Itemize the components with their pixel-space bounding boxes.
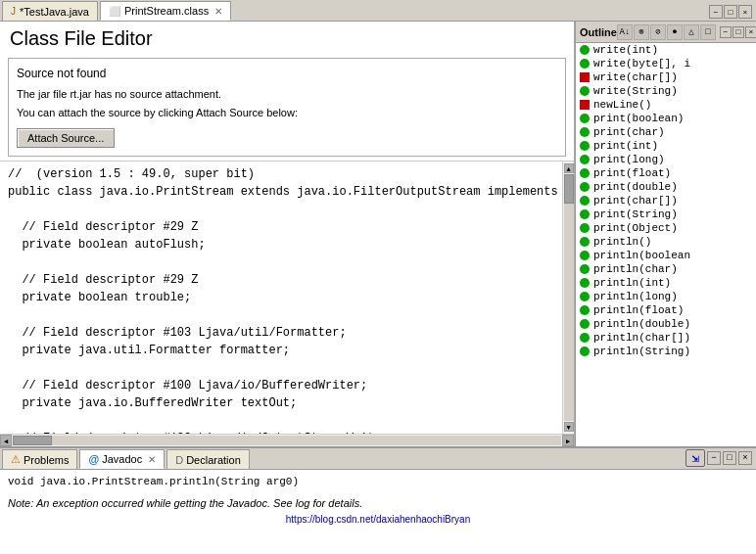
outline-list-item[interactable]: print(char) xyxy=(576,125,756,139)
java-icon: J xyxy=(11,6,16,17)
outline-item-dot xyxy=(580,127,590,137)
class-icon: ⬜ xyxy=(109,6,120,17)
scrollbar-down-btn[interactable]: ▼ xyxy=(564,422,574,432)
tab-close-icon[interactable]: ✕ xyxy=(214,6,222,17)
outline-item-dot xyxy=(580,86,590,96)
source-not-found-line2: You can attach the source by clicking At… xyxy=(17,105,557,121)
outline-item-label: print(long) xyxy=(593,154,665,165)
outline-list-item[interactable]: println(double) xyxy=(576,317,756,331)
javadoc-open-btn[interactable]: ⇲ xyxy=(685,449,705,467)
outline-item-label: println(double) xyxy=(593,318,690,330)
outline-item-dot xyxy=(580,155,590,164)
outline-list-item[interactable]: print(boolean) xyxy=(576,112,756,125)
tab-testjava[interactable]: J *TestJava.java xyxy=(2,1,98,21)
outline-item-label: write(byte[], i xyxy=(593,58,690,69)
outline-list-item[interactable]: write(byte[], i xyxy=(576,57,756,70)
maximize-btn[interactable]: □ xyxy=(724,5,737,19)
horizontal-scrollbar[interactable]: ◀ ▶ xyxy=(0,434,574,446)
outline-list-item[interactable]: println(char) xyxy=(576,262,756,276)
javadoc-signature: void java.io.PrintStream.println(String … xyxy=(8,474,748,489)
outline-item-dot xyxy=(580,292,590,301)
outline-list-item[interactable]: write(int) xyxy=(576,43,756,57)
outline-list-item[interactable]: write(char[]) xyxy=(576,70,756,84)
outline-filter-btn[interactable]: ⊘ xyxy=(650,24,666,40)
bottom-close-btn[interactable]: × xyxy=(738,451,752,465)
outline-list-item[interactable]: println(float) xyxy=(576,303,756,317)
outline-item-label: println(long) xyxy=(593,291,678,302)
outline-list-item[interactable]: print(int) xyxy=(576,139,756,153)
outline-list-item[interactable]: print(Object) xyxy=(576,221,756,235)
outline-sort-btn[interactable]: A↓ xyxy=(617,24,633,40)
scrollbar-up-btn[interactable]: ▲ xyxy=(564,163,574,173)
outline-dot-btn[interactable]: ● xyxy=(667,24,683,40)
outline-item-label: println(char[]) xyxy=(593,332,690,344)
outline-close-btn[interactable]: × xyxy=(745,26,756,38)
outline-item-label: write(char[]) xyxy=(593,71,678,83)
outline-list-item[interactable]: println(int) xyxy=(576,276,756,290)
outline-item-dot xyxy=(580,223,590,233)
outline-list-item[interactable]: println() xyxy=(576,235,756,249)
outline-list: write(int)write(byte[], iwrite(char[])wr… xyxy=(576,43,756,446)
outline-item-label: print(char[]) xyxy=(593,195,678,207)
tab-problems-label: Problems xyxy=(24,454,69,466)
outline-item-label: print(Object) xyxy=(593,222,678,234)
outline-item-label: println(String) xyxy=(593,346,690,357)
outline-list-item[interactable]: print(float) xyxy=(576,166,756,180)
tab-javadoc-label: Javadoc xyxy=(102,453,142,465)
outline-list-item[interactable]: print(double) xyxy=(576,180,756,194)
tab-declaration-label: Declaration xyxy=(186,454,241,466)
bottom-minimize-btn[interactable]: − xyxy=(707,451,721,465)
outline-item-dot xyxy=(580,319,590,329)
tab-javadoc[interactable]: @ Javadoc ✕ xyxy=(79,449,165,469)
bottom-maximize-btn[interactable]: □ xyxy=(723,451,736,465)
minimize-btn[interactable]: − xyxy=(709,5,723,19)
outline-item-label: print(int) xyxy=(593,140,658,152)
hscrollbar-track[interactable] xyxy=(13,436,561,445)
code-scrollbar[interactable]: ▲ ▼ xyxy=(562,162,574,434)
close-btn[interactable]: × xyxy=(738,5,752,19)
outline-list-item[interactable]: println(boolean xyxy=(576,249,756,262)
tab-printstream-label: PrintStream.class xyxy=(124,5,209,17)
outline-list-item[interactable]: print(String) xyxy=(576,208,756,221)
outline-list-item[interactable]: newLine() xyxy=(576,98,756,112)
scrollbar-left-btn[interactable]: ◀ xyxy=(0,435,12,446)
outline-item-dot xyxy=(580,237,590,247)
scrollbar-thumb[interactable] xyxy=(564,174,574,204)
attach-source-button[interactable]: Attach Source... xyxy=(17,128,115,148)
outline-list-item[interactable]: println(char[]) xyxy=(576,331,756,345)
tab-declaration[interactable]: D Declaration xyxy=(166,449,250,469)
outline-list-item[interactable]: println(long) xyxy=(576,290,756,303)
code-area: // (version 1.5 : 49.0, super bit) publi… xyxy=(0,162,562,434)
tab-printstream[interactable]: ⬜ PrintStream.class ✕ xyxy=(100,1,231,21)
tab-problems[interactable]: ⚠ Problems xyxy=(2,449,77,469)
outline-item-label: print(boolean) xyxy=(593,113,684,124)
outline-maximize-btn[interactable]: □ xyxy=(732,26,744,38)
scrollbar-track[interactable] xyxy=(564,174,574,421)
outline-item-label: print(double) xyxy=(593,181,678,193)
outline-list-item[interactable]: println(String) xyxy=(576,345,756,358)
outline-minimize-btn[interactable]: − xyxy=(720,26,732,38)
outline-item-dot xyxy=(580,305,590,315)
javadoc-note: Note: An exception occurred while gettin… xyxy=(8,497,748,509)
outline-item-dot xyxy=(580,251,590,260)
outline-expand-btn[interactable]: △ xyxy=(684,24,699,40)
code-content: // (version 1.5 : 49.0, super bit) publi… xyxy=(8,165,554,434)
javadoc-icon: @ xyxy=(88,453,99,465)
outline-item-label: println(int) xyxy=(593,277,671,289)
outline-toolbar: A↓ ⊗ ⊘ ● △ □ xyxy=(617,24,716,40)
outline-list-item[interactable]: print(long) xyxy=(576,153,756,166)
outline-item-dot xyxy=(580,196,590,206)
outline-title: Outline xyxy=(580,26,617,38)
outline-item-dot xyxy=(580,114,590,123)
outline-item-label: println() xyxy=(593,236,651,248)
outline-list-item[interactable]: write(String) xyxy=(576,84,756,98)
tab-javadoc-close[interactable]: ✕ xyxy=(148,454,156,465)
outline-item-dot xyxy=(580,209,590,219)
outline-hide-btn[interactable]: ⊗ xyxy=(634,24,649,40)
hscrollbar-thumb[interactable] xyxy=(13,436,52,445)
outline-item-dot xyxy=(580,59,590,69)
scrollbar-right-btn[interactable]: ▶ xyxy=(562,435,574,446)
outline-list-item[interactable]: print(char[]) xyxy=(576,194,756,208)
outline-collapse-btn[interactable]: □ xyxy=(700,24,716,40)
outline-item-dot xyxy=(580,278,590,288)
